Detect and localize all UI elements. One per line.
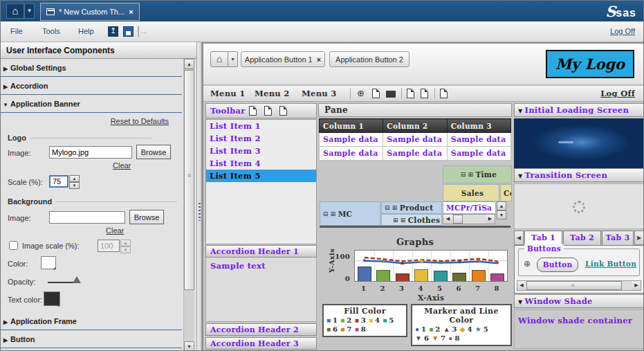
scale-stepper[interactable]: ▲▼ — [69, 175, 80, 189]
bg-browse-button[interactable]: Browse — [129, 210, 164, 224]
table-row[interactable]: Sample data Sample data Sample data — [320, 147, 511, 161]
document-icon[interactable] — [440, 89, 448, 98]
close-icon[interactable]: × — [317, 55, 321, 64]
expand-icon[interactable]: ⊞ — [331, 210, 336, 217]
list-item[interactable]: List Item 4 — [206, 157, 316, 170]
window-shade-header[interactable]: ▼Window Shade — [514, 294, 644, 308]
document-icon[interactable] — [421, 89, 428, 98]
pivot-sales-cell[interactable]: Sales — [443, 184, 499, 201]
globe-icon[interactable]: ⊕ — [357, 88, 365, 98]
scroll-right-icon[interactable]: ▶ — [632, 281, 641, 290]
application-button-2[interactable]: Application Button 2 — [329, 51, 410, 67]
preview-menu-1[interactable]: Menu 1 — [210, 89, 246, 98]
table-row[interactable]: Sample data Sample data Sample data — [320, 133, 511, 147]
pivot-vertical-scrollbar[interactable]: ▲ ▼ — [497, 201, 506, 220]
scroll-up-icon[interactable]: ▲ — [184, 59, 194, 69]
document-icon[interactable] — [249, 106, 257, 116]
list-item[interactable]: List Item 1 — [206, 120, 316, 132]
sidebar-scrollbar[interactable]: ▲ ▼ — [183, 59, 194, 351]
pivot-mc-cell[interactable]: ⊟⊞ MC — [320, 201, 380, 226]
scrollbar-thumb[interactable] — [453, 215, 463, 224]
expand-icon[interactable]: ⊞ — [468, 171, 474, 178]
image-scale-checkbox[interactable] — [9, 241, 18, 250]
document-icon[interactable] — [407, 89, 414, 98]
scroll-down-icon[interactable]: ▼ — [497, 210, 506, 219]
logo-browse-button[interactable]: Browse — [136, 145, 171, 159]
expand-icon[interactable]: ⊞ — [393, 217, 398, 224]
list-item[interactable]: List Item 2 — [206, 132, 316, 145]
scroll-left-icon[interactable]: ◀ — [517, 281, 526, 290]
list-item[interactable]: List Item 5 — [206, 170, 316, 182]
save-icon[interactable] — [123, 26, 134, 37]
preview-menu-3[interactable]: Menu 3 — [302, 89, 337, 98]
tab-close-icon[interactable]: × — [129, 8, 133, 16]
sidebar-item-accordion[interactable]: ▶Accordion — [1, 77, 182, 95]
preview-menu-2[interactable]: Menu 2 — [255, 89, 290, 98]
menu-file[interactable]: File — [10, 27, 23, 35]
pivot-data-cell[interactable]: MCPr/TiSa — [443, 201, 496, 214]
tab-3[interactable]: Tab 3 — [602, 231, 634, 246]
tab-scroll-right-icon[interactable]: ▶ — [634, 231, 644, 245]
pivot-time-cell[interactable]: ⊟⊞ Time — [443, 165, 512, 183]
tab-2[interactable]: Tab 2 — [563, 231, 601, 246]
scroll-up-icon[interactable]: ▲ — [497, 201, 506, 210]
opacity-slider-handle[interactable] — [73, 276, 81, 283]
scroll-left-icon[interactable]: ◀ — [443, 215, 452, 224]
tab-1[interactable]: Tab 1 — [524, 231, 562, 246]
table-header-cell[interactable]: Column 1 — [320, 119, 383, 133]
pivot-clothes-cell[interactable]: ⊞⊞ Clothes — [381, 214, 442, 226]
panel-splitter[interactable] — [197, 42, 202, 351]
collapse-icon[interactable]: ⊟ — [323, 210, 329, 217]
application-button-1[interactable]: Application Button 1 × — [241, 51, 325, 67]
home-dropdown-button[interactable]: ▼ — [24, 3, 35, 19]
document-icon[interactable] — [264, 106, 272, 116]
sidebar-item-graphs[interactable]: ▶Graphs — [1, 348, 182, 351]
reset-to-defaults-link[interactable]: Reset to Defaults — [111, 117, 169, 125]
scale-input[interactable] — [49, 175, 68, 188]
expand-icon[interactable]: ⊞ — [401, 217, 406, 224]
folder-icon[interactable] — [386, 91, 396, 98]
theme-tab[interactable]: * New Custom Th... × — [40, 3, 140, 21]
document-icon[interactable] — [279, 106, 287, 116]
menu-tools[interactable]: Tools — [42, 27, 60, 35]
logo-clear-link[interactable]: Clear — [113, 161, 131, 170]
new-document-icon[interactable] — [372, 89, 380, 98]
accordion-header-3[interactable]: Accordion Header 3 — [205, 337, 317, 350]
bg-clear-link[interactable]: Clear — [106, 226, 124, 235]
pivot-product-cell[interactable]: ⊟⊞ Product — [381, 201, 442, 214]
home-button[interactable]: ⌂ — [6, 3, 24, 19]
table-header-cell[interactable]: Column 3 — [447, 119, 510, 133]
collapse-icon[interactable]: ⊟ — [385, 204, 390, 211]
expand-icon[interactable]: ⊞ — [392, 204, 398, 211]
preview-logoff-link[interactable]: Log Off — [600, 89, 635, 98]
table-header-cell[interactable]: Column 2 — [383, 119, 447, 133]
sidebar-item-application-frame[interactable]: ▶Application Frame — [1, 312, 182, 330]
pivot-horizontal-scrollbar[interactable]: ◀ ▶ — [443, 214, 495, 224]
pivot-cost-cell[interactable]: Co — [500, 184, 512, 201]
preview-home-button[interactable]: ⌂ — [210, 51, 228, 67]
initial-loading-screen-header[interactable]: ▼Initial Loading Screen — [514, 103, 644, 117]
collapse-icon[interactable]: ⊟ — [461, 171, 466, 178]
preview-button[interactable]: Button — [537, 258, 578, 272]
preview-home-dropdown[interactable]: ▼ — [228, 51, 238, 67]
accordion-header-2[interactable]: Accordion Header 2 — [205, 323, 317, 336]
list-item[interactable]: List Item 3 — [206, 145, 316, 157]
import-icon[interactable] — [108, 26, 118, 37]
stepper-up-icon[interactable]: ▲ — [69, 175, 80, 182]
transition-screen-header[interactable]: ▼Transition Screen — [514, 168, 644, 182]
stepper-down-icon[interactable]: ▼ — [69, 182, 80, 189]
preview-link-button[interactable]: Link Button — [585, 260, 636, 268]
sidebar-item-global-settings[interactable]: ▶Global Settings — [1, 59, 182, 77]
sidebar-item-button[interactable]: ▶Button — [1, 330, 182, 348]
sidebar-item-application-banner[interactable]: ▼Application Banner — [1, 95, 182, 113]
tab-scroll-left-icon[interactable]: ◀ — [514, 231, 524, 245]
bg-image-input[interactable] — [49, 211, 125, 224]
logoff-link[interactable]: Log Off — [610, 27, 635, 35]
scrollbar-thumb[interactable] — [526, 281, 622, 290]
export-icon[interactable]: → — [138, 26, 148, 37]
scrollbar-thumb[interactable] — [184, 70, 194, 290]
scroll-right-icon[interactable]: ▶ — [486, 215, 495, 224]
tab-panel-scrollbar[interactable]: ◀ ▶ — [517, 280, 641, 291]
logo-image-input[interactable] — [49, 146, 132, 159]
accordion-header-1[interactable]: Accordion Header 1 — [205, 245, 317, 258]
